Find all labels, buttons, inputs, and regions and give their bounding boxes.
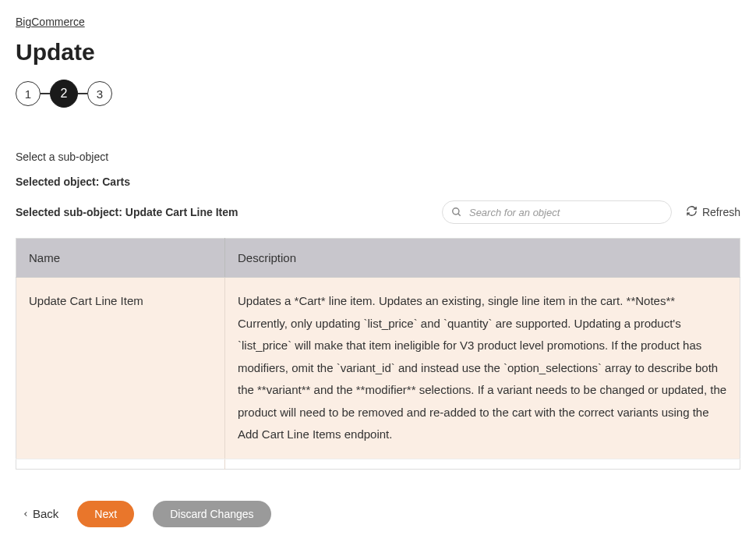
- discard-button[interactable]: Discard Changes: [153, 501, 270, 527]
- search-icon: [451, 207, 462, 218]
- back-button[interactable]: Back: [22, 507, 58, 520]
- refresh-icon: [686, 205, 698, 219]
- breadcrumb-link[interactable]: BigCommerce: [16, 16, 85, 28]
- stepper-connector: [41, 93, 50, 94]
- step-1[interactable]: 1: [16, 81, 41, 106]
- step-2[interactable]: 2: [50, 80, 78, 108]
- search-input[interactable]: [442, 200, 672, 224]
- row-name: Update Cart Line Item: [16, 278, 225, 459]
- next-button[interactable]: Next: [77, 501, 134, 527]
- refresh-label: Refresh: [702, 206, 740, 218]
- table-header-description: Description: [225, 239, 740, 278]
- objects-table: Name Description Update Cart Line Item U…: [16, 238, 740, 470]
- stepper: 1 2 3: [16, 80, 740, 108]
- search-wrap: [442, 200, 672, 224]
- back-label: Back: [33, 507, 58, 520]
- chevron-left-icon: [22, 507, 30, 520]
- svg-point-0: [453, 208, 459, 214]
- section-label: Select a sub-object: [16, 151, 740, 163]
- selected-object-line: Selected object: Carts: [16, 176, 740, 188]
- selected-subobject-line: Selected sub-object: Update Cart Line It…: [16, 206, 238, 218]
- stepper-connector: [78, 93, 87, 94]
- row-description: Updates a *Cart* line item. Updates an e…: [225, 278, 740, 459]
- table-row[interactable]: Update Cart Line Item Updates a *Cart* l…: [16, 278, 740, 459]
- page-title: Update: [16, 39, 740, 66]
- svg-line-1: [458, 214, 461, 216]
- actions-row: Back Next Discard Changes: [16, 501, 740, 527]
- table-header-name: Name: [16, 239, 225, 278]
- refresh-button[interactable]: Refresh: [686, 205, 740, 219]
- step-3[interactable]: 3: [87, 81, 112, 106]
